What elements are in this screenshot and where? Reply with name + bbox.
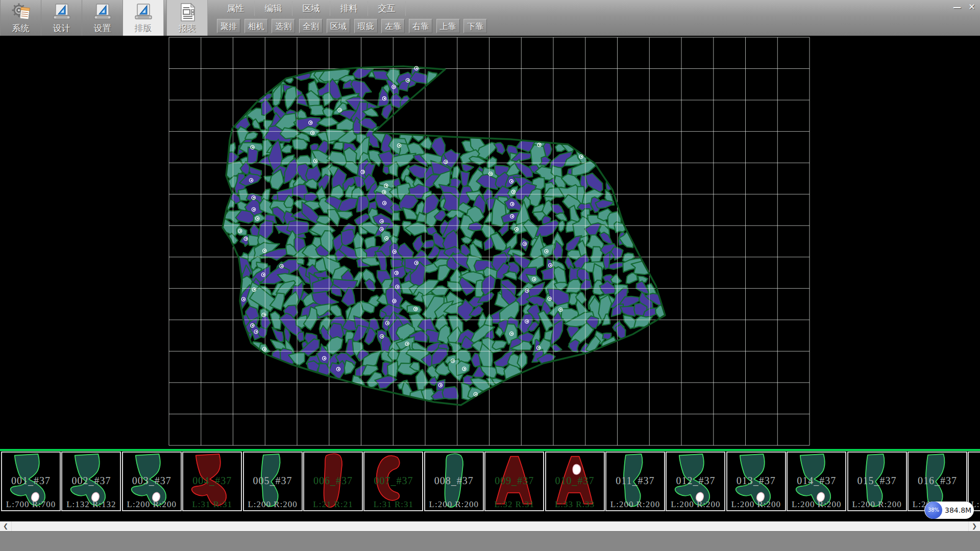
piece-size-label: L:200 R:200 [667,499,724,510]
horizontal-scrollbar[interactable]: ❮ ❯ [0,521,980,531]
nesting-canvas[interactable] [0,36,980,449]
piece-size-label: L:200 R:200 [123,499,181,510]
memory-value: 384.8M [945,502,971,519]
main-button-3[interactable]: 设置 [82,0,123,36]
top-toolbar: 系统 设计 设置 排版 [0,0,980,36]
menu-tab-2[interactable]: 编辑 [255,1,292,16]
main-button-4[interactable]: 排版 [122,0,164,36]
thumbnail-strip: 001_#37L:700 R:700002_#37L:132 R:132003_… [0,451,980,512]
scroll-right-button[interactable]: ❯ [968,521,980,531]
piece-size-label: L:32 R:31 [485,499,543,510]
thumb-cell-4[interactable]: 004_#37L:31 R:31 [182,452,242,511]
tool-button-2[interactable]: 相机 [244,19,268,33]
tool-button-1[interactable]: 聚排 [217,19,240,33]
bottom-status-bar [0,531,980,551]
piece-size-label: L:200 R:200 [425,499,483,510]
thumb-cell-2[interactable]: 002_#37L:132 R:132 [61,452,121,511]
tool-button-6[interactable]: 瑕疵 [354,19,378,33]
piece-id-label: 012_#37 [667,475,724,487]
main-button-label: 设置 [82,23,122,33]
piece-id-label: 016_#37 [909,475,966,487]
piece-size-label: L:31 R:31 [183,499,241,510]
close-button[interactable]: ✕ [965,2,978,13]
thumb-cell-1[interactable]: 001_#37L:700 R:700 [1,452,61,511]
thumb-cell-14[interactable]: 014_#37L:200 R:200 [787,452,846,511]
piece-size-label: L:33 R:33 [546,499,604,510]
laptop-ruler-icon [133,2,154,23]
thumb-cell-7[interactable]: 007_#37L:31 R:31 [363,452,423,511]
report-doc-icon [177,2,198,23]
thumb-cell-13[interactable]: 013_#37L:200 R:200 [726,452,786,511]
laptop-ruler-icon [52,2,72,23]
piece-id-label: 013_#37 [727,475,785,487]
tool-button-7[interactable]: 左靠 [381,19,405,33]
main-button-5[interactable]: 报表 [166,0,208,36]
thumb-cell-8[interactable]: 008_#37L:200 R:200 [424,452,484,511]
main-button-2[interactable]: 设计 [41,0,82,36]
menu-tab-5[interactable]: 交互 [368,1,406,16]
main-button-label: 设计 [41,23,82,33]
piece-size-label: L:200 R:200 [788,499,845,510]
thumb-cell-5[interactable]: 005_#37L:200 R:200 [243,452,303,511]
main-button-label: 系统 [1,23,41,33]
thumb-cell-12[interactable]: 012_#37L:200 R:200 [666,452,725,511]
piece-id-label: 007_#37 [364,475,422,487]
piece-id-label: 001_#37 [2,475,60,487]
thumb-cell-3[interactable]: 003_#37L:200 R:200 [122,452,182,511]
thumb-cell-10[interactable]: 010_#37L:33 R:33 [545,452,605,511]
tool-button-5[interactable]: 区域 [327,19,350,33]
piece-size-label: L:200 R:200 [244,499,302,510]
piece-id-label: 009_#37 [485,475,543,487]
menu-tab-1[interactable]: 属性 [217,1,255,16]
thumb-cell-15[interactable]: 015_#37L:200 R:200 [847,452,907,511]
laptop-ruler-icon [92,2,113,23]
minimize-button[interactable]: — [950,2,964,13]
piece-id-label: 010_#37 [546,475,604,487]
piece-size-label: L:200 R:200 [727,499,785,510]
piece-size-label: L:700 R:700 [2,499,60,510]
piece-size-label: L:200 R:200 [848,499,906,510]
main-button-1[interactable]: 系统 [0,0,41,36]
menu-tab-3[interactable]: 区域 [292,1,330,16]
tool-button-3[interactable]: 选割 [272,19,295,33]
status-badge: 38% 384.8M [924,502,974,519]
piece-id-label: 014_#37 [788,475,845,487]
piece-id-label: 008_#37 [425,475,483,487]
piece-size-label: L:200 R:200 [606,499,664,510]
piece-id-label: 004_#37 [183,475,241,487]
piece-size-label: L:132 R:132 [62,499,120,510]
piece-size-label: L:21 R:21 [304,499,362,510]
main-button-label: 排版 [123,23,163,33]
piece-id-label: 006_#37 [304,475,362,487]
scroll-left-button[interactable]: ❮ [0,521,12,531]
piece-id-label: 005_#37 [244,475,302,487]
tool-button-9[interactable]: 上靠 [436,19,460,33]
piece-size-label: L:31 R:31 [364,499,422,510]
gear-notes-icon [11,2,31,23]
tool-button-10[interactable]: 下靠 [463,19,487,33]
piece-id-label: 003_#37 [123,475,181,487]
main-button-label: 报表 [167,23,207,33]
piece-id-label: 002_#37 [62,475,120,487]
menu-tab-4[interactable]: 排料 [330,1,368,16]
tool-button-4[interactable]: 全割 [299,19,323,33]
piece-id-label: 011_#37 [606,475,664,487]
tool-button-8[interactable]: 右靠 [409,19,432,33]
progress-percent: 38% [925,502,942,519]
piece-id-label: 015_#37 [848,475,906,487]
thumb-cell-6[interactable]: 006_#37L:21 R:21 [303,452,363,511]
thumb-cell-9[interactable]: 009_#37L:32 R:31 [484,452,544,511]
thumb-cell-11[interactable]: 011_#37L:200 R:200 [605,452,665,511]
